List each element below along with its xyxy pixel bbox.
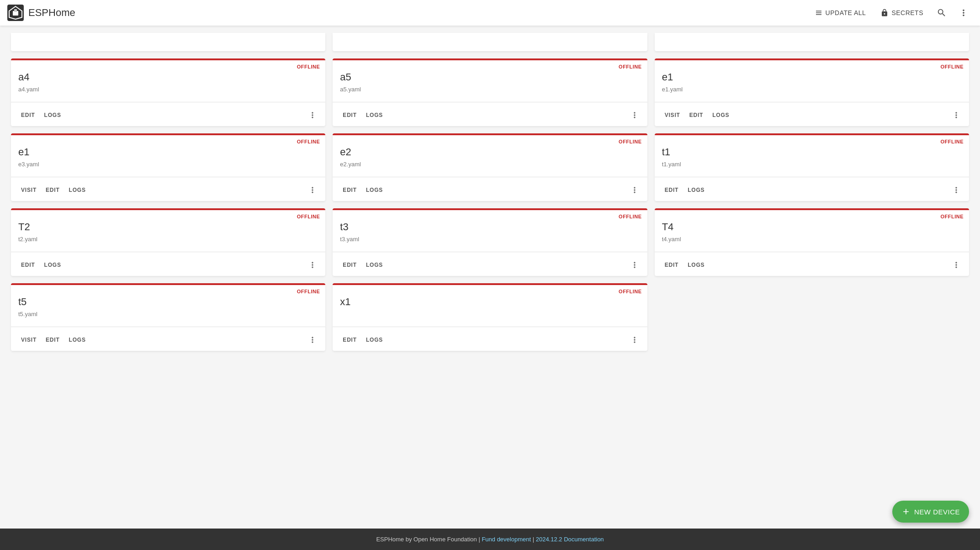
edit-button[interactable]: EDIT	[660, 184, 683, 196]
card-divider	[333, 327, 647, 327]
card-body-a5: a5a5.yaml	[333, 69, 647, 98]
device-card-t3: OFFLINEt3t3.yamlEDITLOGS	[333, 208, 647, 276]
device-name: x1	[340, 296, 640, 308]
status-badge: OFFLINE	[940, 214, 964, 219]
header-actions: UPDATE ALL SECRETS	[809, 4, 973, 22]
status-badge: OFFLINE	[619, 289, 642, 294]
logs-button[interactable]: LOGS	[40, 259, 66, 271]
card-more-button[interactable]	[627, 258, 642, 272]
device-name: t3	[340, 221, 640, 233]
card-divider	[655, 177, 969, 177]
card-placeholder	[655, 283, 969, 351]
documentation-link[interactable]: 2024.12.2 Documentation	[536, 536, 604, 543]
card-actions-a4: EDITLOGS	[11, 106, 325, 126]
card-body-x1: x1	[333, 294, 647, 323]
more-vert-icon	[630, 335, 639, 344]
device-name: a5	[340, 71, 640, 83]
logs-button[interactable]: LOGS	[361, 109, 387, 121]
device-name: e1	[662, 71, 962, 83]
card-header-T4: OFFLINE	[655, 210, 969, 219]
edit-button[interactable]: EDIT	[338, 259, 361, 271]
more-vert-icon	[630, 111, 639, 120]
status-badge: OFFLINE	[297, 64, 320, 69]
more-options-button[interactable]	[954, 4, 973, 22]
edit-button[interactable]: EDIT	[16, 109, 40, 121]
edit-button[interactable]: EDIT	[660, 259, 683, 271]
device-name: t1	[662, 146, 962, 158]
logs-button[interactable]: LOGS	[361, 334, 387, 346]
card-header-t1: OFFLINE	[655, 135, 969, 144]
logs-button[interactable]: LOGS	[683, 259, 709, 271]
device-filename: e1.yaml	[662, 86, 962, 93]
device-name: t5	[18, 296, 318, 308]
update-all-label: UPDATE ALL	[826, 9, 866, 16]
logs-button[interactable]: LOGS	[64, 184, 90, 196]
card-divider	[333, 102, 647, 102]
logs-button[interactable]: LOGS	[361, 184, 387, 196]
status-badge: OFFLINE	[619, 139, 642, 144]
edit-button[interactable]: EDIT	[338, 184, 361, 196]
lock-icon	[880, 9, 889, 17]
secrets-button[interactable]: SECRETS	[875, 5, 929, 21]
device-filename: t4.yaml	[662, 236, 962, 243]
card-more-button[interactable]	[949, 258, 964, 272]
new-device-button[interactable]: NEW DEVICE	[892, 501, 969, 523]
card-body-T4: T4t4.yaml	[655, 219, 969, 248]
visit-button[interactable]: VISIT	[660, 109, 685, 121]
card-divider	[11, 177, 325, 177]
fund-development-link[interactable]: Fund development	[482, 536, 531, 543]
card-actions-x1: EDITLOGS	[333, 331, 647, 351]
device-name: T4	[662, 221, 962, 233]
card-divider	[11, 252, 325, 252]
update-all-button[interactable]: UPDATE ALL	[809, 5, 872, 21]
search-button[interactable]	[932, 4, 951, 22]
card-more-button[interactable]	[627, 108, 642, 122]
edit-button[interactable]: EDIT	[41, 184, 64, 196]
card-more-button[interactable]	[305, 333, 320, 347]
edit-button[interactable]: EDIT	[41, 334, 64, 346]
card-body-t3: t3t3.yaml	[333, 219, 647, 248]
card-more-button[interactable]	[305, 258, 320, 272]
card-more-button[interactable]	[627, 333, 642, 347]
status-badge: OFFLINE	[940, 64, 964, 69]
logs-button[interactable]: LOGS	[708, 109, 734, 121]
card-actions-T2: EDITLOGS	[11, 256, 325, 276]
more-vert-icon	[630, 260, 639, 270]
edit-button[interactable]: EDIT	[338, 109, 361, 121]
card-more-button[interactable]	[627, 183, 642, 197]
device-filename: t3.yaml	[340, 236, 640, 243]
card-body-e2: e2e2.yaml	[333, 144, 647, 173]
device-filename: a4.yaml	[18, 86, 318, 93]
card-body-t1: t1t1.yaml	[655, 144, 969, 173]
update-all-icon	[815, 9, 823, 17]
logs-button[interactable]: LOGS	[683, 184, 709, 196]
status-badge: OFFLINE	[297, 214, 320, 219]
visit-button[interactable]: VISIT	[16, 184, 41, 196]
device-card-T4: OFFLINET4t4.yamlEDITLOGS	[655, 208, 969, 276]
more-vert-icon	[959, 8, 969, 18]
device-filename: e3.yaml	[18, 161, 318, 168]
card-body-T2: T2t2.yaml	[11, 219, 325, 248]
device-grid: OFFLINEa4a4.yamlEDITLOGSOFFLINEa5a5.yaml…	[11, 58, 969, 351]
more-vert-icon	[952, 111, 961, 120]
card-actions-a5: EDITLOGS	[333, 106, 647, 126]
card-divider	[655, 252, 969, 252]
card-more-button[interactable]	[305, 183, 320, 197]
more-vert-icon	[308, 260, 317, 270]
footer-separator: |	[533, 536, 536, 543]
card-actions-t3: EDITLOGS	[333, 256, 647, 276]
edit-button[interactable]: EDIT	[338, 334, 361, 346]
visit-button[interactable]: VISIT	[16, 334, 41, 346]
edit-button[interactable]: EDIT	[685, 109, 708, 121]
card-more-button[interactable]	[949, 108, 964, 122]
card-more-button[interactable]	[305, 108, 320, 122]
card-divider	[333, 177, 647, 177]
card-more-button[interactable]	[949, 183, 964, 197]
edit-button[interactable]: EDIT	[16, 259, 40, 271]
card-divider	[655, 102, 969, 102]
logs-button[interactable]: LOGS	[40, 109, 66, 121]
device-card-t5: OFFLINEt5t5.yamlVISITEDITLOGS	[11, 283, 325, 351]
device-card-a5: OFFLINEa5a5.yamlEDITLOGS	[333, 58, 647, 126]
logs-button[interactable]: LOGS	[361, 259, 387, 271]
logs-button[interactable]: LOGS	[64, 334, 90, 346]
